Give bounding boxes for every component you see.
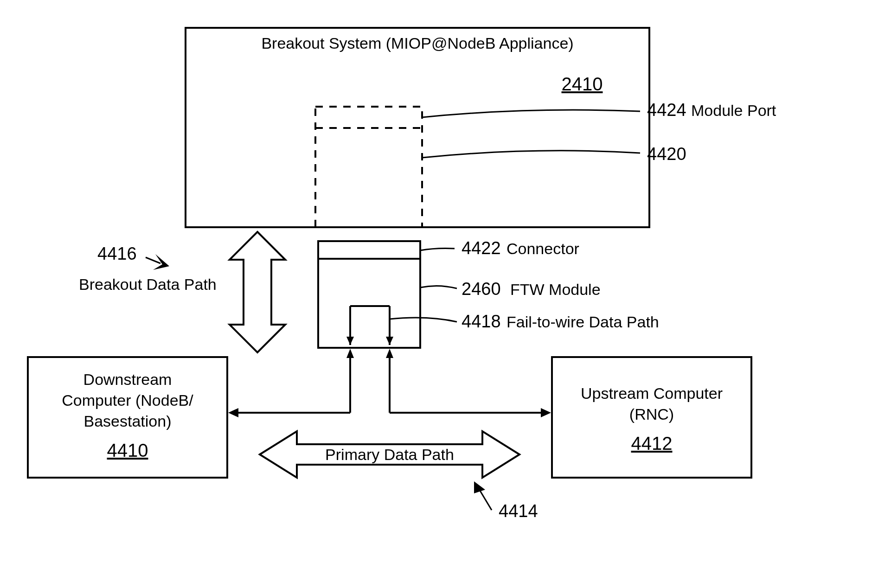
- upstream-to-ftw-link: [386, 349, 551, 417]
- downstream-line1: Downstream: [83, 371, 172, 388]
- label-2460: 2460 FTW Module: [420, 279, 601, 299]
- label-4418: 4418 Fail-to-wire Data Path: [390, 312, 659, 331]
- upstream-box: Upstream Computer (RNC) 4412: [552, 357, 751, 478]
- label-4418-text: Fail-to-wire Data Path: [507, 313, 659, 331]
- primary-path-label: Primary Data Path: [325, 446, 454, 463]
- breakout-ref: 2410: [562, 74, 603, 94]
- label-4422: 4422 Connector: [420, 238, 579, 258]
- svg-rect-1: [315, 107, 422, 227]
- label-4420: 4420: [422, 144, 686, 164]
- breakout-data-path-arrow: [230, 232, 285, 352]
- downstream-ref: 4410: [107, 440, 148, 460]
- primary-data-path-arrow: Primary Data Path: [260, 431, 519, 478]
- svg-marker-25: [474, 481, 485, 493]
- ref-4416: 4416: [97, 244, 137, 263]
- upstream-line2: (RNC): [629, 405, 674, 423]
- ftw-inner-path: [346, 306, 393, 345]
- svg-marker-9: [386, 337, 393, 345]
- ref-2460: 2460: [462, 279, 501, 299]
- label-4416: 4416 Breakout Data Path: [79, 244, 217, 293]
- svg-marker-6: [346, 337, 354, 345]
- svg-marker-22: [386, 349, 393, 358]
- label-4416-text: Breakout Data Path: [79, 275, 217, 293]
- downstream-line3: Basestation): [84, 412, 172, 430]
- label-4422-text: Connector: [507, 240, 579, 257]
- ref-4418: 4418: [462, 312, 501, 331]
- upstream-ref: 4412: [631, 433, 673, 454]
- label-4414: 4414: [474, 481, 538, 521]
- ref-4422: 4422: [462, 238, 501, 258]
- downstream-to-ftw-link: [228, 349, 354, 417]
- upstream-line1: Upstream Computer: [581, 384, 723, 402]
- breakout-title: Breakout System (MIOP@NodeB Appliance): [261, 34, 573, 52]
- diagram-canvas: Breakout System (MIOP@NodeB Appliance) 2…: [0, 0, 872, 588]
- label-4424: 4424 Module Port: [422, 100, 776, 120]
- ref-4414: 4414: [499, 501, 538, 521]
- svg-marker-20: [541, 408, 551, 417]
- svg-marker-16: [228, 408, 238, 417]
- ref-4424: 4424: [647, 100, 686, 120]
- module-port-area: [315, 107, 422, 227]
- label-2460-text: FTW Module: [510, 281, 601, 298]
- ref-4420: 4420: [647, 144, 686, 164]
- svg-marker-18: [346, 349, 354, 358]
- label-4424-text: Module Port: [691, 102, 776, 119]
- svg-marker-10: [230, 232, 285, 352]
- svg-rect-3: [318, 241, 420, 348]
- ftw-module-box: [318, 241, 420, 348]
- downstream-line2: Computer (NodeB/: [62, 391, 193, 409]
- downstream-box: Downstream Computer (NodeB/ Basestation)…: [28, 357, 227, 478]
